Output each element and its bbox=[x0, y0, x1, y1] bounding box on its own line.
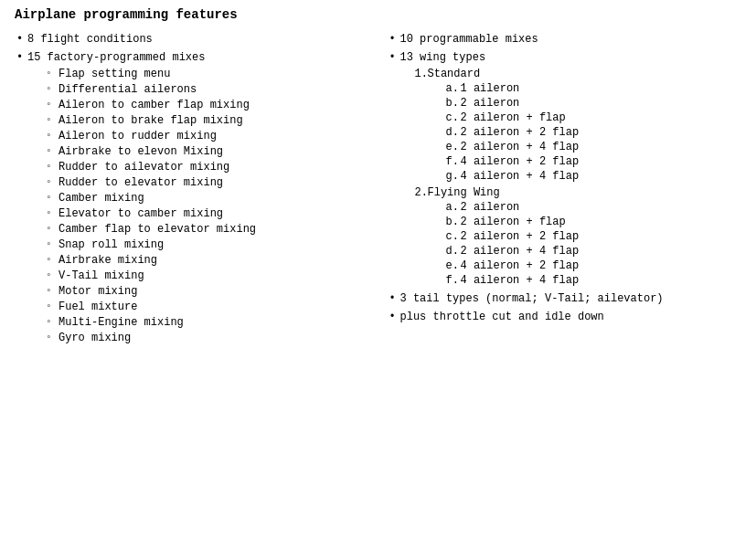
alpha-item: 2 aileron + 4 flap bbox=[446, 245, 742, 258]
alpha-item: 2 aileron + 2 flap bbox=[446, 126, 742, 139]
numbered-list: Standard1 aileron2 aileron2 aileron + fl… bbox=[400, 68, 742, 287]
sub-list-item: Differential ailerons bbox=[46, 83, 369, 96]
item-text: plus throttle cut and idle down bbox=[400, 311, 604, 323]
sub-list-item: Camber mixing bbox=[46, 192, 369, 205]
list-item: 8 flight conditions bbox=[15, 33, 369, 46]
alpha-item: 2 aileron + flap bbox=[446, 216, 742, 228]
sub-list-item: Motor mixing bbox=[46, 285, 369, 298]
alpha-item: 1 aileron bbox=[446, 82, 742, 95]
sub-list-item: V-Tail mixing bbox=[46, 269, 369, 282]
item-text: 3 tail types (normal; V-Tail; ailevator) bbox=[400, 292, 664, 305]
sub-list-item: Snap roll mixing bbox=[46, 238, 369, 251]
list-item: 10 programmable mixes bbox=[388, 33, 742, 46]
sub-list-item: Camber flap to elevator mixing bbox=[46, 223, 369, 236]
item-text: 15 factory-programmed mixes bbox=[27, 51, 205, 64]
alpha-item: 4 aileron + 2 flap bbox=[446, 155, 742, 168]
numbered-item: Flying Wing2 aileron2 aileron + flap2 ai… bbox=[415, 186, 742, 287]
alpha-item: 4 aileron + 4 flap bbox=[446, 274, 742, 287]
alpha-item: 2 aileron + 2 flap bbox=[446, 230, 742, 243]
right-list: 10 programmable mixes13 wing typesStanda… bbox=[388, 33, 742, 323]
list-item: 13 wing typesStandard1 aileron2 aileron2… bbox=[388, 51, 742, 287]
sub-list-item: Gyro mixing bbox=[46, 332, 369, 344]
sub-list-item: Rudder to ailevator mixing bbox=[46, 161, 369, 174]
list-item: 3 tail types (normal; V-Tail; ailevator) bbox=[388, 292, 742, 305]
sub-list-item: Elevator to camber mixing bbox=[46, 207, 369, 220]
alpha-list: 2 aileron2 aileron + flap2 aileron + 2 f… bbox=[428, 201, 742, 287]
alpha-list: 1 aileron2 aileron2 aileron + flap2 aile… bbox=[428, 82, 742, 183]
sub-list-item: Rudder to elevator mixing bbox=[46, 176, 369, 189]
sub-list-item: Airbrake mixing bbox=[46, 254, 369, 267]
sub-list-item: Fuel mixture bbox=[46, 301, 369, 313]
alpha-item: 4 aileron + 4 flap bbox=[446, 170, 742, 183]
left-column: 8 flight conditions 15 factory-programme… bbox=[15, 33, 378, 350]
sub-list: Flap setting menuDifferential aileronsAi… bbox=[27, 68, 369, 344]
numbered-item: Standard1 aileron2 aileron2 aileron + fl… bbox=[415, 68, 742, 183]
list-item: plus throttle cut and idle down bbox=[388, 311, 742, 323]
sub-list-item: Aileron to brake flap mixing bbox=[46, 114, 369, 127]
alpha-item: 2 aileron bbox=[446, 201, 742, 214]
item-text: 13 wing types bbox=[400, 51, 486, 64]
alpha-item: 4 aileron + 2 flap bbox=[446, 259, 742, 272]
item-text: 8 flight conditions bbox=[27, 33, 153, 46]
main-content: 8 flight conditions 15 factory-programme… bbox=[15, 33, 741, 350]
sub-list-item: Aileron to camber flap mixing bbox=[46, 99, 369, 111]
alpha-item: 2 aileron + flap bbox=[446, 111, 742, 124]
sub-list-item: Flap setting menu bbox=[46, 68, 369, 80]
sub-list-item: Multi-Engine mixing bbox=[46, 316, 369, 329]
left-list: 8 flight conditions 15 factory-programme… bbox=[15, 33, 369, 344]
alpha-item: 2 aileron bbox=[446, 97, 742, 110]
page-title: Airplane programming features bbox=[15, 7, 741, 22]
item-text: 10 programmable mixes bbox=[400, 33, 538, 46]
sub-list-item: Airbrake to elevon Mixing bbox=[46, 145, 369, 158]
right-column: 10 programmable mixes13 wing typesStanda… bbox=[378, 33, 742, 329]
sub-list-item: Aileron to rudder mixing bbox=[46, 130, 369, 142]
list-item: 15 factory-programmed mixes Flap setting… bbox=[15, 51, 369, 344]
alpha-item: 2 aileron + 4 flap bbox=[446, 141, 742, 153]
